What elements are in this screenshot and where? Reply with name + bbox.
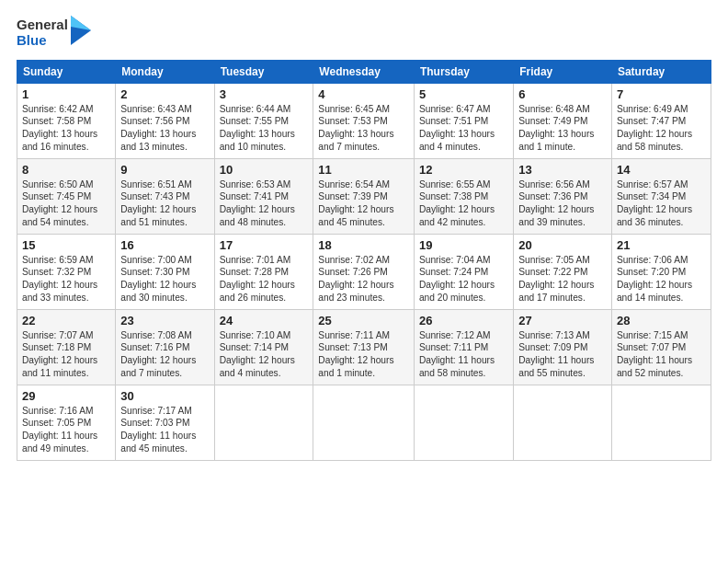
calendar-header: SundayMondayTuesdayWednesdayThursdayFrid… <box>17 60 711 83</box>
day-info: Sunrise: 6:49 AM Sunset: 7:47 PM Dayligh… <box>617 103 706 154</box>
day-number: 1 <box>22 87 110 101</box>
calendar-cell: 11Sunrise: 6:54 AM Sunset: 7:39 PM Dayli… <box>313 158 415 234</box>
day-number: 21 <box>617 238 706 252</box>
day-number: 10 <box>220 163 309 177</box>
day-number: 29 <box>22 389 110 403</box>
calendar-cell <box>611 385 711 460</box>
calendar-cell: 12Sunrise: 6:55 AM Sunset: 7:38 PM Dayli… <box>414 158 513 234</box>
day-info: Sunrise: 7:16 AM Sunset: 7:05 PM Dayligh… <box>22 405 110 455</box>
day-info: Sunrise: 6:54 AM Sunset: 7:39 PM Dayligh… <box>318 178 409 229</box>
logo: General Blue <box>17 17 91 49</box>
calendar-cell: 21Sunrise: 7:06 AM Sunset: 7:20 PM Dayli… <box>611 234 711 309</box>
day-number: 8 <box>22 163 110 177</box>
day-info: Sunrise: 7:10 AM Sunset: 7:14 PM Dayligh… <box>220 329 309 380</box>
day-number: 22 <box>22 314 110 327</box>
calendar-cell: 5Sunrise: 6:47 AM Sunset: 7:51 PM Daylig… <box>414 83 513 158</box>
day-number: 2 <box>120 87 209 101</box>
day-number: 18 <box>318 238 409 252</box>
day-number: 20 <box>518 238 607 252</box>
weekday-header: Saturday <box>611 60 711 83</box>
calendar-cell: 7Sunrise: 6:49 AM Sunset: 7:47 PM Daylig… <box>611 83 711 158</box>
day-info: Sunrise: 7:01 AM Sunset: 7:28 PM Dayligh… <box>220 254 309 304</box>
calendar-cell <box>514 385 612 460</box>
calendar-cell <box>313 385 415 460</box>
calendar-table: SundayMondayTuesdayWednesdayThursdayFrid… <box>17 60 711 461</box>
calendar-cell: 1Sunrise: 6:42 AM Sunset: 7:58 PM Daylig… <box>17 83 116 158</box>
calendar-cell: 18Sunrise: 7:02 AM Sunset: 7:26 PM Dayli… <box>313 234 415 309</box>
day-info: Sunrise: 6:45 AM Sunset: 7:53 PM Dayligh… <box>318 103 409 154</box>
calendar-cell: 24Sunrise: 7:10 AM Sunset: 7:14 PM Dayli… <box>214 309 313 385</box>
day-number: 6 <box>518 87 607 101</box>
weekday-header: Monday <box>116 60 214 83</box>
day-info: Sunrise: 6:56 AM Sunset: 7:36 PM Dayligh… <box>518 178 607 229</box>
day-info: Sunrise: 7:11 AM Sunset: 7:13 PM Dayligh… <box>318 329 409 380</box>
calendar-week-row: 15Sunrise: 6:59 AM Sunset: 7:32 PM Dayli… <box>17 234 711 309</box>
day-number: 11 <box>318 163 409 177</box>
header-row: SundayMondayTuesdayWednesdayThursdayFrid… <box>17 60 711 83</box>
calendar-cell: 20Sunrise: 7:05 AM Sunset: 7:22 PM Dayli… <box>514 234 612 309</box>
calendar-cell: 2Sunrise: 6:43 AM Sunset: 7:56 PM Daylig… <box>116 83 214 158</box>
day-info: Sunrise: 6:51 AM Sunset: 7:43 PM Dayligh… <box>120 178 209 229</box>
calendar-week-row: 1Sunrise: 6:42 AM Sunset: 7:58 PM Daylig… <box>17 83 711 158</box>
calendar-cell <box>414 385 513 460</box>
page: General Blue SundayMondayTuesdayWednesda… <box>0 0 728 563</box>
day-info: Sunrise: 7:06 AM Sunset: 7:20 PM Dayligh… <box>617 254 706 304</box>
day-number: 7 <box>617 87 706 101</box>
day-number: 5 <box>419 87 508 101</box>
header: General Blue <box>17 17 711 49</box>
calendar-week-row: 29Sunrise: 7:16 AM Sunset: 7:05 PM Dayli… <box>17 385 711 460</box>
day-info: Sunrise: 7:07 AM Sunset: 7:18 PM Dayligh… <box>22 329 110 380</box>
day-info: Sunrise: 7:02 AM Sunset: 7:26 PM Dayligh… <box>318 254 409 304</box>
calendar-cell: 3Sunrise: 6:44 AM Sunset: 7:55 PM Daylig… <box>214 83 313 158</box>
calendar-week-row: 8Sunrise: 6:50 AM Sunset: 7:45 PM Daylig… <box>17 158 711 234</box>
calendar-cell: 16Sunrise: 7:00 AM Sunset: 7:30 PM Dayli… <box>116 234 214 309</box>
day-number: 12 <box>419 163 508 177</box>
weekday-header: Wednesday <box>313 60 415 83</box>
day-info: Sunrise: 7:04 AM Sunset: 7:24 PM Dayligh… <box>419 254 508 304</box>
calendar-cell <box>214 385 313 460</box>
calendar-cell: 30Sunrise: 7:17 AM Sunset: 7:03 PM Dayli… <box>116 385 214 460</box>
calendar-cell: 10Sunrise: 6:53 AM Sunset: 7:41 PM Dayli… <box>214 158 313 234</box>
day-info: Sunrise: 6:42 AM Sunset: 7:58 PM Dayligh… <box>22 103 110 154</box>
calendar-cell: 27Sunrise: 7:13 AM Sunset: 7:09 PM Dayli… <box>514 309 612 385</box>
calendar-cell: 13Sunrise: 6:56 AM Sunset: 7:36 PM Dayli… <box>514 158 612 234</box>
day-info: Sunrise: 6:50 AM Sunset: 7:45 PM Dayligh… <box>22 178 110 229</box>
logo-blue: Blue <box>17 32 68 48</box>
day-number: 26 <box>419 314 508 327</box>
logo-arrow-icon <box>71 16 91 45</box>
day-info: Sunrise: 6:55 AM Sunset: 7:38 PM Dayligh… <box>419 178 508 229</box>
calendar-cell: 9Sunrise: 6:51 AM Sunset: 7:43 PM Daylig… <box>116 158 214 234</box>
calendar-cell: 28Sunrise: 7:15 AM Sunset: 7:07 PM Dayli… <box>611 309 711 385</box>
day-number: 27 <box>518 314 607 327</box>
day-info: Sunrise: 6:43 AM Sunset: 7:56 PM Dayligh… <box>120 103 209 154</box>
day-info: Sunrise: 7:13 AM Sunset: 7:09 PM Dayligh… <box>518 329 607 380</box>
calendar-body: 1Sunrise: 6:42 AM Sunset: 7:58 PM Daylig… <box>17 83 711 460</box>
calendar-week-row: 22Sunrise: 7:07 AM Sunset: 7:18 PM Dayli… <box>17 309 711 385</box>
day-info: Sunrise: 6:47 AM Sunset: 7:51 PM Dayligh… <box>419 103 508 154</box>
calendar-cell: 8Sunrise: 6:50 AM Sunset: 7:45 PM Daylig… <box>17 158 116 234</box>
logo-general: General <box>17 17 68 32</box>
calendar-cell: 15Sunrise: 6:59 AM Sunset: 7:32 PM Dayli… <box>17 234 116 309</box>
day-info: Sunrise: 6:44 AM Sunset: 7:55 PM Dayligh… <box>220 103 309 154</box>
day-number: 14 <box>617 163 706 177</box>
calendar-cell: 4Sunrise: 6:45 AM Sunset: 7:53 PM Daylig… <box>313 83 415 158</box>
day-info: Sunrise: 7:15 AM Sunset: 7:07 PM Dayligh… <box>617 329 706 380</box>
day-number: 3 <box>220 87 309 101</box>
day-info: Sunrise: 7:08 AM Sunset: 7:16 PM Dayligh… <box>120 329 209 380</box>
calendar-cell: 6Sunrise: 6:48 AM Sunset: 7:49 PM Daylig… <box>514 83 612 158</box>
weekday-header: Thursday <box>414 60 513 83</box>
day-info: Sunrise: 7:00 AM Sunset: 7:30 PM Dayligh… <box>120 254 209 304</box>
day-number: 13 <box>518 163 607 177</box>
day-number: 25 <box>318 314 409 327</box>
calendar-cell: 25Sunrise: 7:11 AM Sunset: 7:13 PM Dayli… <box>313 309 415 385</box>
calendar-cell: 23Sunrise: 7:08 AM Sunset: 7:16 PM Dayli… <box>116 309 214 385</box>
day-number: 15 <box>22 238 110 252</box>
day-info: Sunrise: 6:53 AM Sunset: 7:41 PM Dayligh… <box>220 178 309 229</box>
day-info: Sunrise: 6:59 AM Sunset: 7:32 PM Dayligh… <box>22 254 110 304</box>
day-info: Sunrise: 7:05 AM Sunset: 7:22 PM Dayligh… <box>518 254 607 304</box>
day-number: 24 <box>220 314 309 327</box>
calendar-cell: 22Sunrise: 7:07 AM Sunset: 7:18 PM Dayli… <box>17 309 116 385</box>
calendar-cell: 17Sunrise: 7:01 AM Sunset: 7:28 PM Dayli… <box>214 234 313 309</box>
weekday-header: Sunday <box>17 60 116 83</box>
day-number: 28 <box>617 314 706 327</box>
